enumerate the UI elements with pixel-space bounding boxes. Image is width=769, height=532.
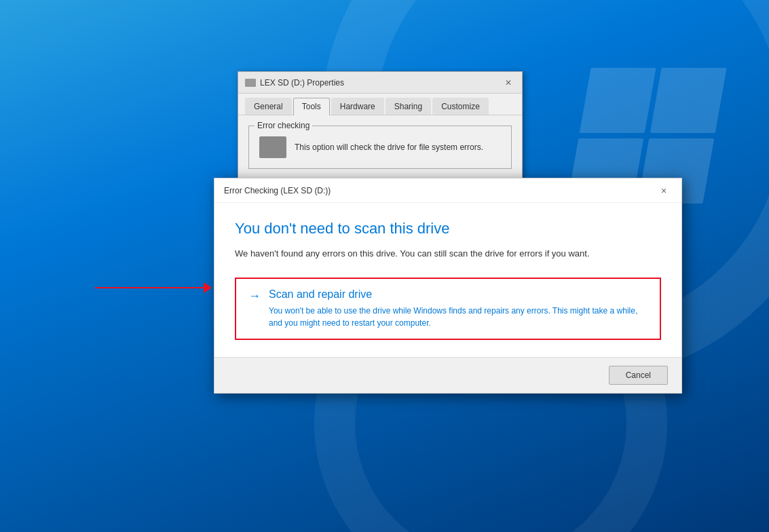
error-checking-label: Error checking [255, 121, 312, 130]
error-checking-dialog: Error Checking (LEX SD (D:)) × You don't… [214, 178, 682, 394]
scan-option-text: Scan and repair drive You won't be able … [269, 288, 648, 329]
error-dialog-close-button[interactable]: × [656, 183, 672, 199]
properties-title-area: LEX SD (D:) Properties [245, 78, 344, 88]
properties-tabs: General Tools Hardware Sharing Customize [238, 94, 522, 115]
drive-icon [245, 79, 256, 87]
properties-content: Error checking This option will check th… [238, 115, 522, 186]
error-checking-description: This option will check the drive for fil… [295, 141, 483, 153]
tab-tools[interactable]: Tools [293, 98, 330, 115]
error-dialog-titlebar: Error Checking (LEX SD (D:)) × [214, 178, 681, 203]
properties-title-text: LEX SD (D:) Properties [260, 78, 344, 88]
scan-repair-option[interactable]: → Scan and repair drive You won't be abl… [235, 278, 661, 340]
arrow-head [204, 282, 212, 293]
tab-customize[interactable]: Customize [432, 98, 489, 115]
arrow-line [95, 287, 204, 288]
error-checking-inner: This option will check the drive for fil… [259, 133, 501, 158]
scan-arrow-icon: → [248, 289, 261, 303]
properties-titlebar: LEX SD (D:) Properties ✕ [238, 72, 522, 94]
error-cancel-button[interactable]: Cancel [609, 366, 668, 385]
tab-hardware[interactable]: Hardware [331, 98, 384, 115]
error-dialog-footer: Cancel [214, 357, 681, 393]
error-dialog-title-text: Error Checking (LEX SD (D:)) [224, 186, 331, 195]
drive-icon-large [259, 136, 286, 158]
tab-sharing[interactable]: Sharing [386, 98, 431, 115]
red-arrow-indicator [95, 282, 212, 293]
tab-general[interactable]: General [245, 98, 292, 115]
no-scan-heading: You don't need to scan this drive [235, 220, 661, 238]
error-checking-group: Error checking This option will check th… [248, 126, 512, 169]
scan-option-title: Scan and repair drive [269, 288, 648, 301]
scan-option-description: You won't be able to use the drive while… [269, 305, 648, 329]
error-dialog-body: You don't need to scan this drive We hav… [214, 203, 681, 357]
properties-close-button[interactable]: ✕ [502, 76, 515, 90]
no-scan-description: We haven't found any errors on this driv… [235, 247, 661, 261]
